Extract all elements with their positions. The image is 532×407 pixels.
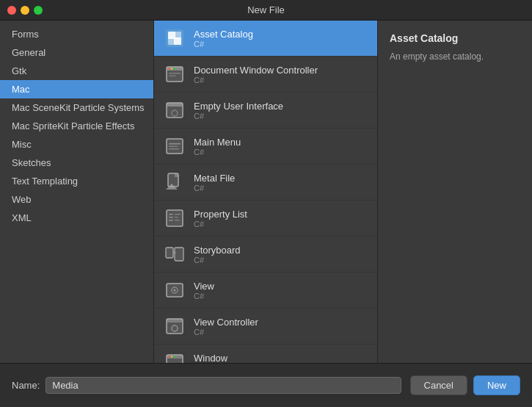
storyboard-icon [163,242,186,266]
svg-point-41 [171,356,172,357]
bottom-buttons: Cancel New [410,375,520,395]
svg-rect-25 [175,217,178,218]
svg-rect-23 [175,214,181,215]
file-item-property-list[interactable]: Property ListC# [154,201,377,237]
sidebar-item-misc[interactable]: Misc [0,135,153,154]
bottom-bar: Name: Cancel New [0,363,532,407]
view-title: View [194,281,214,292]
svg-rect-21 [167,210,183,226]
view-subtitle: C# [194,292,214,300]
window-controls[interactable] [7,6,43,15]
svg-point-42 [174,356,175,357]
svg-rect-36 [167,319,183,323]
svg-rect-11 [169,76,176,77]
property-list-icon [163,206,186,230]
name-input[interactable] [45,377,401,394]
detail-panel: Asset Catalog An empty asset catalog. [378,21,532,363]
file-item-metal-file[interactable]: Metal FileC# [154,165,377,201]
svg-point-8 [171,68,172,69]
metal-file-icon [163,170,186,194]
svg-rect-17 [169,146,178,148]
close-button[interactable] [7,6,16,15]
sidebar-item-sketches[interactable]: Sketches [0,154,153,172]
new-button[interactable]: New [473,375,520,395]
property-list-subtitle: C# [194,220,247,228]
svg-rect-10 [169,73,181,74]
asset-catalog-icon [163,26,186,50]
metal-file-title: Metal File [194,173,235,184]
svg-point-7 [168,68,170,69]
view-icon [163,278,186,302]
file-item-view[interactable]: ViewC# [154,273,377,309]
title-bar: New File [0,0,532,21]
svg-rect-18 [169,148,179,150]
svg-rect-26 [169,220,173,221]
minimize-button[interactable] [21,6,29,15]
cancel-button[interactable]: Cancel [410,375,467,395]
property-list-title: Property List [194,209,247,220]
svg-rect-27 [175,220,180,221]
window-title: Window [194,353,227,364]
detail-description: An empty asset catalog. [390,50,520,63]
svg-rect-29 [175,248,183,261]
svg-point-9 [174,68,175,69]
view-controller-subtitle: C# [194,328,258,336]
main-menu-title: Main Menu [194,137,241,148]
main-menu-icon [163,134,186,158]
sidebar-item-general[interactable]: General [0,43,153,62]
detail-title: Asset Catalog [390,32,520,44]
file-item-empty-user-interface[interactable]: Empty User InterfaceC# [154,93,377,129]
svg-point-34 [174,289,176,292]
svg-rect-24 [169,217,173,218]
sidebar-item-forms[interactable]: Forms [0,25,153,43]
document-window-controller-title: Document Window Controller [194,65,318,76]
view-controller-icon [163,314,186,338]
metal-file-subtitle: C# [194,184,235,192]
sidebar-item-mac-spritekit[interactable]: Mac SpriteKit Particle Effects [0,117,153,135]
file-item-window[interactable]: WindowC# [154,345,377,363]
document-window-controller-icon [163,62,186,86]
document-window-controller-subtitle: C# [194,76,318,84]
svg-rect-4 [174,32,181,39]
svg-point-40 [168,356,170,357]
file-item-storyboard[interactable]: StoryboardC# [154,237,377,273]
window-title: New File [247,4,285,15]
file-item-document-window-controller[interactable]: Document Window ControllerC# [154,57,377,93]
sidebar-item-mac-scenekit[interactable]: Mac SceneKit Particle Systems [0,98,153,117]
empty-user-interface-subtitle: C# [194,112,283,120]
storyboard-title: Storyboard [194,245,241,256]
empty-user-interface-title: Empty User Interface [194,101,283,112]
sidebar-item-text-templating[interactable]: Text Templating [0,172,153,190]
maximize-button[interactable] [34,6,43,15]
sidebar-item-mac[interactable]: Mac [0,80,153,98]
asset-catalog-title: Asset Catalog [194,29,253,40]
sidebar-item-web[interactable]: Web [0,190,153,209]
file-list: Asset CatalogC# Document Window Controll… [154,21,378,363]
empty-user-interface-icon [163,98,186,122]
svg-rect-16 [169,143,181,145]
asset-catalog-subtitle: C# [194,40,253,48]
sidebar-item-xml[interactable]: XML [0,209,153,227]
file-item-main-menu[interactable]: Main MenuC# [154,129,377,165]
svg-rect-22 [169,214,173,215]
sidebar-item-gtk[interactable]: Gtk [0,62,153,80]
window-icon [163,350,186,363]
storyboard-subtitle: C# [194,256,241,264]
sidebar: FormsGeneralGtkMacMac SceneKit Particle … [0,21,154,363]
file-item-asset-catalog[interactable]: Asset CatalogC# [154,21,377,57]
svg-rect-28 [166,248,173,258]
main-menu-subtitle: C# [194,148,241,156]
view-controller-title: View Controller [194,317,258,328]
svg-rect-13 [167,103,183,107]
name-label: Name: [12,380,40,391]
main-content: FormsGeneralGtkMacMac SceneKit Particle … [0,21,532,363]
file-item-view-controller[interactable]: View ControllerC# [154,309,377,345]
